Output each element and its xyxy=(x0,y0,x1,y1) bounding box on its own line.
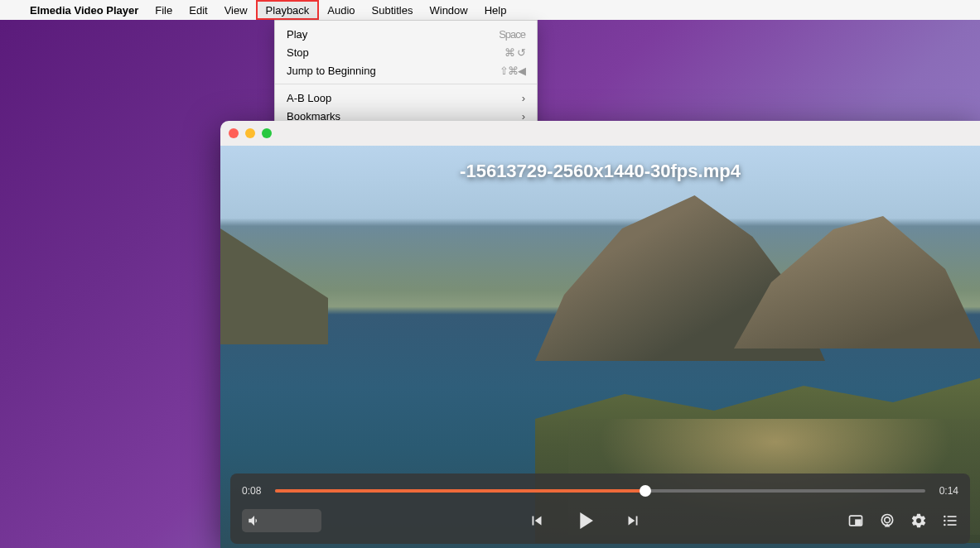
time-current: 0:08 xyxy=(242,485,267,497)
settings-icon[interactable] xyxy=(910,512,927,529)
scenery xyxy=(220,228,328,344)
svg-point-8 xyxy=(944,524,946,526)
svg-point-3 xyxy=(885,517,891,523)
previous-button[interactable] xyxy=(528,512,546,530)
menu-item-label: A-B Loop xyxy=(287,92,522,104)
maximize-button[interactable] xyxy=(262,128,272,138)
volume-icon[interactable] xyxy=(247,513,262,528)
seek-bar[interactable] xyxy=(275,489,925,493)
menu-audio[interactable]: Audio xyxy=(319,0,363,20)
minimize-button[interactable] xyxy=(245,128,255,138)
titlebar xyxy=(220,121,980,146)
volume-control[interactable] xyxy=(242,509,321,532)
pip-icon[interactable] xyxy=(847,512,864,529)
filename-overlay: -15613729-2560x1440-30fps.mp4 xyxy=(460,161,741,182)
menu-item-label: Stop xyxy=(287,46,504,59)
playlist-icon[interactable] xyxy=(942,512,958,529)
svg-point-6 xyxy=(944,520,946,522)
buttons-row xyxy=(242,500,958,541)
menu-subtitles[interactable]: Subtitles xyxy=(364,0,422,20)
menu-item-stop[interactable]: Stop⌘ ↺ xyxy=(275,43,537,61)
airplay-icon[interactable] xyxy=(879,512,896,529)
chevron-right-icon: › xyxy=(522,92,525,104)
close-button[interactable] xyxy=(229,128,239,138)
player-window: -15613729-2560x1440-30fps.mp4 0:08 0:14 xyxy=(220,121,980,548)
progress-row: 0:08 0:14 xyxy=(242,482,958,500)
svg-point-4 xyxy=(944,516,946,518)
menu-item-play[interactable]: PlaySpace xyxy=(275,25,537,43)
menu-view[interactable]: View xyxy=(216,0,256,20)
menu-item-a-b-loop[interactable]: A-B Loop› xyxy=(275,89,537,107)
menu-window[interactable]: Window xyxy=(421,0,476,20)
menu-item-label: Jump to Beginning xyxy=(287,65,500,77)
menu-item-label: Play xyxy=(287,28,499,41)
seek-fill xyxy=(275,489,645,493)
menu-playback[interactable]: Playback xyxy=(256,0,320,20)
menu-edit[interactable]: Edit xyxy=(181,0,215,20)
menu-shortcut: ⌘ ↺ xyxy=(504,46,525,59)
svg-rect-9 xyxy=(948,524,957,526)
time-total: 0:14 xyxy=(934,485,958,497)
seek-thumb[interactable] xyxy=(640,485,651,497)
next-button[interactable] xyxy=(624,512,642,530)
menu-help[interactable]: Help xyxy=(476,0,515,20)
menu-shortcut: ⇧⌘◀ xyxy=(500,65,525,77)
menu-separator xyxy=(275,84,537,84)
menu-item-jump-to-beginning[interactable]: Jump to Beginning⇧⌘◀ xyxy=(275,61,537,79)
menu-file[interactable]: File xyxy=(147,0,181,20)
play-button[interactable] xyxy=(571,507,599,535)
menubar: Elmedia Video Player File Edit View Play… xyxy=(0,0,980,20)
controls-bar: 0:08 0:14 xyxy=(230,473,970,544)
svg-rect-1 xyxy=(856,520,861,524)
svg-rect-5 xyxy=(948,516,957,517)
app-name[interactable]: Elmedia Video Player xyxy=(22,4,147,17)
menu-shortcut: Space xyxy=(499,28,525,41)
svg-rect-7 xyxy=(948,520,957,522)
